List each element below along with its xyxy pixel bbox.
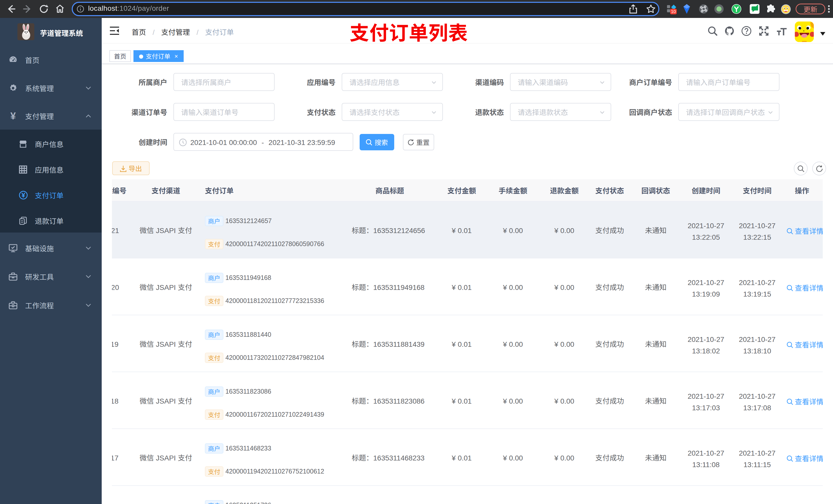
svg-text:¥: ¥ — [22, 191, 25, 199]
svg-text:10: 10 — [671, 9, 676, 14]
